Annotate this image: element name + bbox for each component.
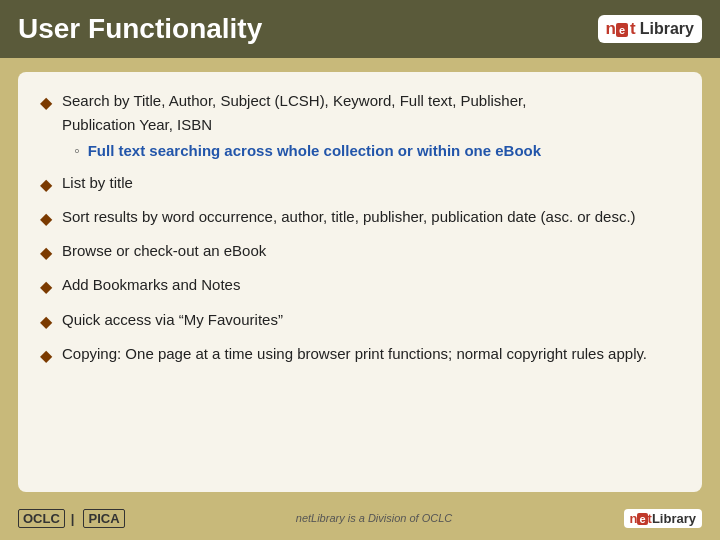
feature-list: ◆ Search by Title, Author, Subject (LCSH…	[40, 90, 680, 367]
sub-list-item: ◦ Full text searching across whole colle…	[74, 140, 680, 162]
main-content-card: ◆ Search by Title, Author, Subject (LCSH…	[18, 72, 702, 492]
header-logo: net Library	[598, 15, 702, 43]
bullet-icon: ◆	[40, 241, 52, 264]
pica-label: PICA	[83, 509, 124, 528]
oclc-label: OCLC	[18, 509, 65, 528]
list-item: ◆ List by title	[40, 172, 680, 196]
footer-netlibrary-logo: net Library	[624, 509, 703, 528]
bullet-icon: ◆	[40, 207, 52, 230]
footer-right-logo: net Library	[624, 509, 703, 528]
list-item: ◆ Search by Title, Author, Subject (LCSH…	[40, 90, 680, 162]
bullet-icon: ◆	[40, 91, 52, 114]
bullet-icon: ◆	[40, 310, 52, 333]
sub-bullet-icon: ◦	[74, 140, 80, 162]
list-item: ◆ Sort results by word occurrence, autho…	[40, 206, 680, 230]
sub-list: ◦ Full text searching across whole colle…	[62, 140, 680, 162]
logo-library-text: Library	[640, 20, 694, 38]
list-item: ◆ Quick access via “My Favourites”	[40, 309, 680, 333]
page-title: User Functionality	[18, 13, 262, 45]
list-item: ◆ Browse or check-out an eBook	[40, 240, 680, 264]
footer-left-logos: OCLC | PICA	[18, 509, 125, 528]
footer: OCLC | PICA netLibrary is a Division of …	[0, 496, 720, 540]
list-item: ◆ Add Bookmarks and Notes	[40, 274, 680, 298]
list-item: ◆ Copying: One page at a time using brow…	[40, 343, 680, 367]
search-item-text: Search by Title, Author, Subject (LCSH),…	[62, 90, 680, 162]
header: User Functionality net Library	[0, 0, 720, 58]
bullet-icon: ◆	[40, 344, 52, 367]
footer-caption: netLibrary is a Division of OCLC	[137, 512, 612, 524]
divider-icon: |	[71, 511, 75, 526]
footer-library-text: Library	[652, 511, 696, 526]
bullet-icon: ◆	[40, 275, 52, 298]
logo-net-icon: net	[606, 19, 636, 39]
bullet-icon: ◆	[40, 173, 52, 196]
